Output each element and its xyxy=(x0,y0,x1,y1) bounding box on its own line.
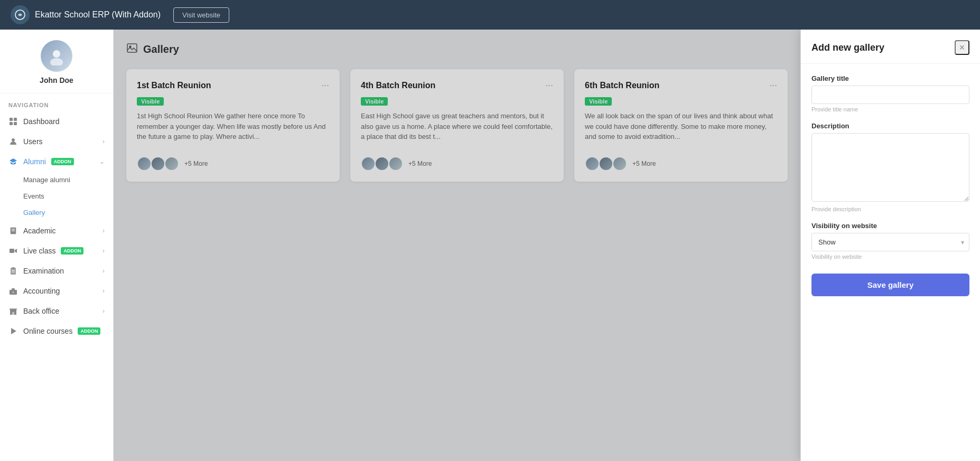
card-header: 1st Batch Reunion ··· xyxy=(137,80,329,91)
sidebar-item-label: Dashboard xyxy=(23,117,60,126)
description-label: Description xyxy=(811,122,969,130)
avatar xyxy=(599,156,613,171)
card-title: 1st Batch Reunion xyxy=(137,81,211,90)
svg-marker-22 xyxy=(11,328,16,334)
visible-badge: Visible xyxy=(137,97,164,106)
svg-point-2 xyxy=(50,58,63,65)
sidebar-item-users[interactable]: Users › xyxy=(0,131,113,152)
play-icon xyxy=(8,326,18,336)
sidebar-item-label: Live class xyxy=(23,247,55,255)
svg-point-7 xyxy=(12,138,15,142)
card-menu-button[interactable]: ··· xyxy=(321,80,329,91)
visibility-select[interactable]: Show Hide xyxy=(811,233,969,251)
visibility-label: Visibility on website xyxy=(811,222,969,230)
svg-point-1 xyxy=(53,50,60,58)
grid-icon xyxy=(8,117,18,126)
avatar xyxy=(388,156,403,171)
more-count: +5 More xyxy=(184,160,208,167)
navbar-logo xyxy=(11,5,30,24)
sidebar-item-live-class[interactable]: Live class addon › xyxy=(0,241,113,261)
sidebar-subitem-label: Manage alumni xyxy=(23,176,70,184)
content-inner: Gallery 1st Batch Reunion ··· Visible 1s… xyxy=(114,30,800,194)
visible-badge: Visible xyxy=(585,97,612,106)
card-avatars: +5 More xyxy=(585,156,777,171)
sidebar-item-label: Alumni xyxy=(23,157,46,166)
main-layout: John Doe NAVIGATION Dashboard Users › xyxy=(0,30,980,461)
nav-label: NAVIGATION xyxy=(0,93,113,111)
visibility-select-wrapper: Show Hide ▾ xyxy=(811,233,969,251)
sidebar-subitem-events[interactable]: Events xyxy=(0,188,113,204)
svg-rect-4 xyxy=(14,118,17,121)
sidebar-item-label: Users xyxy=(23,137,43,146)
more-count: +5 More xyxy=(408,160,432,167)
clipboard-icon xyxy=(8,266,18,276)
visible-badge: Visible xyxy=(361,97,388,106)
sidebar: John Doe NAVIGATION Dashboard Users › xyxy=(0,30,114,461)
sidebar-item-dashboard[interactable]: Dashboard xyxy=(0,111,113,131)
avatar xyxy=(612,156,627,171)
more-count: +5 More xyxy=(632,160,656,167)
sidebar-item-alumni[interactable]: Alumni addon ⌄ xyxy=(0,152,113,172)
chevron-right-icon: › xyxy=(102,307,105,315)
chevron-down-icon: ⌄ xyxy=(99,158,105,165)
gallery-title-group: Gallery title Provide title name xyxy=(811,74,969,112)
svg-rect-3 xyxy=(10,118,13,121)
book-icon xyxy=(8,226,18,236)
sidebar-username: John Doe xyxy=(40,76,73,84)
card-description: East High School gave us great teachers … xyxy=(361,111,553,148)
card-description: 1st High School Reunion We gather here o… xyxy=(137,111,329,148)
save-gallery-button[interactable]: Save gallery xyxy=(811,274,969,296)
avatar xyxy=(164,156,179,171)
briefcase-icon xyxy=(8,286,18,296)
card-description: We all look back on the span of our live… xyxy=(585,111,777,148)
right-panel: Add new gallery × Gallery title Provide … xyxy=(800,30,980,461)
sidebar-item-label: Back office xyxy=(23,307,59,315)
hat-icon xyxy=(8,157,18,166)
gallery-card: 1st Batch Reunion ··· Visible 1st High S… xyxy=(126,69,340,182)
sidebar-subitem-label: Gallery xyxy=(23,209,45,217)
gallery-title-label: Gallery title xyxy=(811,74,969,82)
sidebar-item-examination[interactable]: Examination › xyxy=(0,261,113,281)
sidebar-profile: John Doe xyxy=(0,30,113,93)
sidebar-item-back-office[interactable]: Back office › xyxy=(0,301,113,321)
card-avatars: +5 More xyxy=(361,156,553,171)
visibility-hint: Visibility on website xyxy=(811,253,969,260)
sidebar-item-academic[interactable]: Academic › xyxy=(0,221,113,241)
panel-header: Add new gallery × xyxy=(801,30,980,64)
chevron-right-icon: › xyxy=(102,267,105,275)
visit-website-button[interactable]: Visit website xyxy=(173,7,229,23)
gallery-header-icon xyxy=(126,42,138,57)
description-group: Description Provide description xyxy=(811,122,969,212)
gallery-grid: 1st Batch Reunion ··· Visible 1st High S… xyxy=(126,69,788,182)
sidebar-item-online-courses[interactable]: Online courses addon xyxy=(0,321,113,341)
avatar xyxy=(41,40,72,72)
card-menu-button[interactable]: ··· xyxy=(545,80,553,91)
svg-rect-14 xyxy=(12,267,14,269)
card-title: 6th Batch Reunion xyxy=(585,81,659,90)
gallery-card: 6th Batch Reunion ··· Visible We all loo… xyxy=(574,69,788,182)
description-textarea[interactable] xyxy=(811,133,969,202)
chevron-right-icon: › xyxy=(102,287,105,295)
svg-rect-23 xyxy=(127,44,137,52)
sidebar-subitem-manage-alumni[interactable]: Manage alumni xyxy=(0,172,113,188)
sidebar-item-label: Accounting xyxy=(23,287,60,295)
navbar: Ekattor School ERP (With Addon) Visit we… xyxy=(0,0,980,30)
panel-title: Add new gallery xyxy=(811,42,884,53)
gallery-title-input[interactable] xyxy=(811,86,969,104)
avatar-image xyxy=(41,40,72,72)
addon-badge: addon xyxy=(51,158,74,165)
card-header: 6th Batch Reunion ··· xyxy=(585,80,777,91)
page-header: Gallery xyxy=(126,42,788,57)
sidebar-item-accounting[interactable]: Accounting › xyxy=(0,281,113,301)
sidebar-subitem-gallery[interactable]: Gallery xyxy=(0,204,113,221)
close-button[interactable]: × xyxy=(955,40,969,55)
avatar xyxy=(585,156,600,171)
gallery-title-hint: Provide title name xyxy=(811,106,969,112)
card-menu-button[interactable]: ··· xyxy=(769,80,777,91)
svg-rect-6 xyxy=(14,122,17,125)
sidebar-subitem-label: Events xyxy=(23,192,44,200)
svg-rect-21 xyxy=(12,312,14,315)
navbar-brand: Ekattor School ERP (With Addon) xyxy=(11,5,161,24)
visibility-group: Visibility on website Show Hide ▾ Visibi… xyxy=(811,222,969,260)
chevron-right-icon: › xyxy=(102,247,105,255)
